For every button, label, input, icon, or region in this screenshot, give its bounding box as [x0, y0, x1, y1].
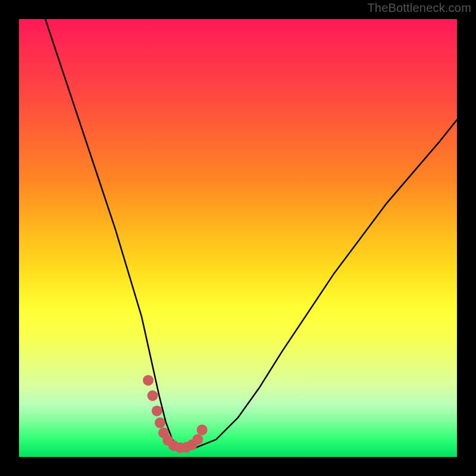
- watermark-text: TheBottleneck.com: [367, 1, 471, 15]
- plot-area: [19, 19, 457, 457]
- background-gradient: [19, 19, 457, 457]
- chart-frame: TheBottleneck.com: [0, 0, 476, 476]
